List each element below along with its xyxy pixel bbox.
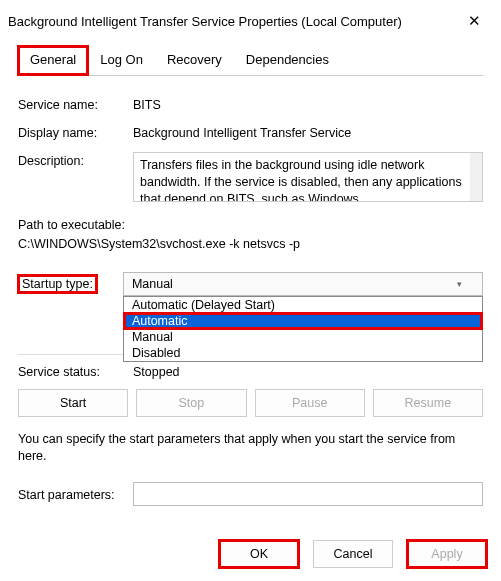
- tab-dependencies[interactable]: Dependencies: [234, 46, 341, 75]
- pause-button: Pause: [255, 389, 365, 417]
- tab-recovery[interactable]: Recovery: [155, 46, 234, 75]
- tab-bar: General Log On Recovery Dependencies: [18, 46, 483, 76]
- chevron-down-icon: ▾: [457, 279, 462, 289]
- service-status-label: Service status:: [18, 363, 133, 379]
- tab-general[interactable]: General: [18, 46, 88, 75]
- stop-button: Stop: [136, 389, 246, 417]
- display-name-label: Display name:: [18, 124, 133, 140]
- start-params-input[interactable]: [133, 482, 483, 506]
- description-label: Description:: [18, 152, 133, 168]
- cancel-button[interactable]: Cancel: [313, 540, 393, 568]
- service-status-value: Stopped: [133, 363, 483, 379]
- start-params-hint: You can specify the start parameters tha…: [18, 431, 483, 466]
- close-icon[interactable]: ✕: [460, 8, 489, 34]
- startup-type-value: Manual: [132, 277, 173, 291]
- service-name-label: Service name:: [18, 96, 133, 112]
- startup-type-combo[interactable]: Manual ▾: [123, 272, 483, 296]
- window-title: Background Intelligent Transfer Service …: [8, 14, 402, 29]
- path-value: C:\WINDOWS\System32\svchost.exe -k netsv…: [18, 235, 483, 254]
- apply-button: Apply: [407, 540, 487, 568]
- tab-log-on[interactable]: Log On: [88, 46, 155, 75]
- service-name-value: BITS: [133, 96, 483, 112]
- option-manual[interactable]: Manual: [124, 329, 482, 345]
- option-automatic[interactable]: Automatic: [124, 313, 482, 329]
- start-params-label: Start parameters:: [18, 486, 133, 502]
- display-name-value: Background Intelligent Transfer Service: [133, 124, 483, 140]
- ok-button[interactable]: OK: [219, 540, 299, 568]
- startup-type-label: Startup type:: [18, 275, 97, 293]
- resume-button: Resume: [373, 389, 483, 417]
- option-disabled[interactable]: Disabled: [124, 345, 482, 361]
- startup-type-dropdown: Automatic (Delayed Start) Automatic Manu…: [123, 296, 483, 362]
- description-box[interactable]: Transfers files in the background using …: [133, 152, 483, 202]
- path-label: Path to executable:: [18, 216, 483, 235]
- start-button[interactable]: Start: [18, 389, 128, 417]
- option-automatic-delayed[interactable]: Automatic (Delayed Start): [124, 297, 482, 313]
